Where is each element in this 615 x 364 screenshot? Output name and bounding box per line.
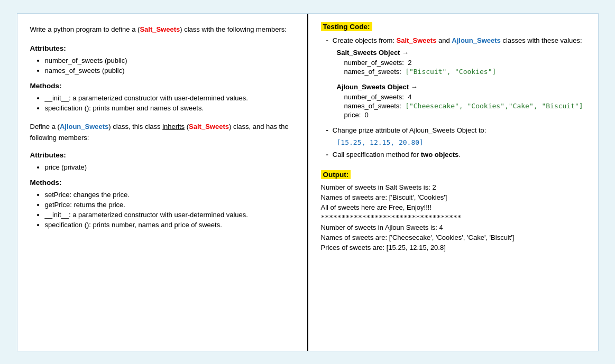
output-line-7: Prices of sweets are: [15.25, 12.15, 20.… — [321, 244, 585, 251]
output-line-2: Names of sweets are: ['Biscuit', 'Cookie… — [321, 193, 585, 201]
method2-item-3: __init__: a parameterized constructor wi… — [45, 211, 295, 219]
ajloun-class-name: Ajloun_Sweets — [60, 123, 108, 130]
class1-name: Salt_Sweets — [140, 25, 180, 33]
create-objects-text: Create objects from: Salt_Sweets and Ajl… — [333, 36, 582, 44]
method-item-2: specification (): prints number and name… — [45, 104, 295, 112]
dash2-icon: - — [326, 126, 328, 134]
obj2-field-2: names_of_sweets: ["Cheesecake", "Cookies… — [344, 102, 585, 110]
attr2-item-1: price (private) — [45, 163, 295, 171]
change-price-text: Change prize attribute of Ajloun_Sweets … — [333, 126, 487, 134]
methods2-list: setPrice: changes the price. getPrice: r… — [30, 191, 295, 229]
output-line-6: Names of sweets are: ['Cheesecake', 'Coo… — [321, 234, 585, 241]
attributes-list: number_of_sweets (public) names_of_sweet… — [30, 57, 295, 74]
inherits-word: inherits — [162, 123, 185, 130]
salt-sweets-object: Salt_Sweets Object → number_of_sweets: 2… — [337, 49, 585, 76]
call-spec-text: Call specification method for two object… — [333, 151, 461, 158]
price-list-value: [15.25, 12.15, 20.80] — [337, 138, 585, 146]
method-item-1: __init__: a parameterized constructor wi… — [45, 94, 295, 102]
attr-item-1: number_of_sweets (public) — [45, 57, 295, 64]
obj1-field-1: number_of_sweets: 2 — [344, 59, 585, 67]
two-objects-bold: two objects — [421, 151, 459, 158]
ajloun-ref: Ajloun_Sweets — [452, 36, 500, 44]
intro-text: Write a python program to define a (Salt… — [30, 24, 295, 35]
method2-item-4: specification (): prints number, names a… — [45, 221, 295, 229]
change-price-item: - Change prize attribute of Ajloun_Sweet… — [321, 126, 585, 134]
obj2-field-1: number_of_sweets: 4 — [344, 93, 585, 101]
attr2-heading: Attributes: — [30, 151, 295, 159]
output-line-5: Number of sweets in Ajloun Sweets is: 4 — [321, 223, 585, 231]
attributes-heading: Attributes: — [30, 44, 295, 52]
main-container: Write a python program to define a (Salt… — [17, 13, 599, 351]
methods-heading: Methods: — [30, 82, 295, 90]
obj2-field-3: price: 0 — [344, 111, 585, 119]
obj1-title: Salt_Sweets Object → — [337, 49, 585, 57]
salt-class-ref: Salt_Sweets — [189, 123, 229, 130]
create-objects-item: - Create objects from: Salt_Sweets and A… — [321, 36, 585, 44]
testing-label: Testing Code: — [321, 22, 372, 31]
output-line-4: ********************************** — [321, 213, 585, 221]
output-line-1: Number of sweets in Salt Sweets is: 2 — [321, 183, 585, 191]
dash3-icon: - — [326, 151, 328, 158]
method2-item-1: setPrice: changes the price. — [45, 191, 295, 199]
obj1-field-2: names_of_sweets: ["Biscuit", "Cookies"] — [344, 68, 585, 76]
method2-item-2: getPrice: returns the price. — [45, 201, 295, 209]
inherit-text: Define a (Ajloun_Sweets) class, this cla… — [30, 122, 295, 144]
salt-sweets-ref: Salt_Sweets — [397, 36, 437, 44]
dash-icon: - — [326, 36, 328, 44]
ajloun-sweets-object: Ajloun_Sweets Object → number_of_sweets:… — [337, 83, 585, 119]
call-spec-item: - Call specification method for two obje… — [321, 151, 585, 158]
left-panel: Write a python program to define a (Salt… — [17, 14, 308, 351]
methods2-heading: Methods: — [30, 179, 295, 186]
output-line-3: All of sweets here are Free, Enjoy!!!! — [321, 203, 585, 211]
right-panel: Testing Code: - Create objects from: Sal… — [308, 14, 598, 351]
methods-list: __init__: a parameterized constructor wi… — [30, 94, 295, 112]
attr-item-2: names_of_sweets (public) — [45, 67, 295, 74]
output-label: Output: — [321, 170, 351, 179]
attr2-list: price (private) — [30, 163, 295, 171]
obj2-title: Ajloun_Sweets Object → — [337, 83, 585, 91]
